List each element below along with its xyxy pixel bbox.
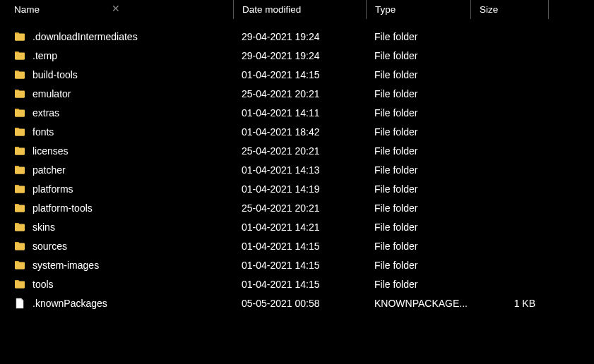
file-type: File folder	[374, 145, 417, 157]
cell-date: 01-04-2021 14:15	[233, 255, 366, 274]
file-list: .downloadIntermediates29-04-2021 19:24Fi…	[0, 20, 594, 313]
cell-name: emulator	[0, 84, 233, 103]
table-row[interactable]: emulator25-04-2021 20:21File folder	[0, 84, 594, 103]
table-row[interactable]: extras01-04-2021 14:11File folder	[0, 103, 594, 122]
column-header-date-label: Date modified	[242, 4, 301, 15]
table-row[interactable]: platform-tools25-04-2021 20:21File folde…	[0, 198, 594, 217]
file-date: 01-04-2021 18:42	[242, 126, 320, 138]
table-row[interactable]: fonts01-04-2021 18:42File folder	[0, 122, 594, 141]
cell-name: platform-tools	[0, 198, 233, 217]
folder-icon	[14, 50, 25, 61]
table-row[interactable]: .downloadIntermediates29-04-2021 19:24Fi…	[0, 27, 594, 46]
table-row[interactable]: sources01-04-2021 14:15File folder	[0, 236, 594, 255]
column-header-row: Name ✕ Date modified Type Size	[0, 0, 594, 20]
file-name: tools	[32, 279, 54, 290]
cell-name: skins	[0, 217, 233, 236]
cell-type: File folder	[366, 27, 470, 46]
cell-size	[470, 103, 548, 122]
cell-date: 01-04-2021 14:13	[233, 160, 366, 179]
folder-icon	[14, 260, 25, 271]
cell-type: KNOWNPACKAGE...	[366, 293, 470, 313]
cell-date: 01-04-2021 14:15	[233, 65, 366, 84]
cell-date: 01-04-2021 14:15	[233, 236, 366, 255]
folder-icon	[14, 222, 25, 233]
cell-name: tools	[0, 274, 233, 293]
table-row[interactable]: tools01-04-2021 14:15File folder	[0, 274, 594, 293]
cell-type: File folder	[366, 179, 470, 198]
file-name: platforms	[32, 183, 73, 195]
cell-name: .knownPackages	[0, 293, 233, 313]
cell-date: 01-04-2021 18:42	[233, 122, 366, 141]
file-type: File folder	[374, 126, 417, 138]
cell-date: 01-04-2021 14:11	[233, 103, 366, 122]
file-icon	[14, 298, 25, 309]
column-header-name[interactable]: Name ✕	[0, 0, 233, 19]
table-row[interactable]: system-images01-04-2021 14:15File folder	[0, 255, 594, 274]
cell-size	[470, 84, 548, 103]
cell-type: File folder	[366, 65, 470, 84]
cell-size	[470, 179, 548, 198]
file-date: 01-04-2021 14:19	[242, 183, 320, 195]
cell-name: .temp	[0, 46, 233, 65]
cell-type: File folder	[366, 236, 470, 255]
cell-name: extras	[0, 103, 233, 122]
file-type: File folder	[374, 183, 417, 195]
file-date: 29-04-2021 19:24	[242, 50, 320, 61]
cell-type: File folder	[366, 46, 470, 65]
cell-date: 29-04-2021 19:24	[233, 46, 366, 65]
cell-size: 1 KB	[470, 293, 548, 313]
folder-icon	[14, 183, 25, 195]
column-header-date[interactable]: Date modified	[233, 0, 366, 19]
cell-size	[470, 160, 548, 179]
file-date: 25-04-2021 20:21	[242, 145, 320, 157]
table-row[interactable]: skins01-04-2021 14:21File folder	[0, 217, 594, 236]
file-name: extras	[32, 107, 59, 119]
column-header-type[interactable]: Type	[366, 0, 470, 19]
table-row[interactable]: licenses25-04-2021 20:21File folder	[0, 141, 594, 160]
table-row[interactable]: .temp29-04-2021 19:24File folder	[0, 46, 594, 65]
cell-type: File folder	[366, 198, 470, 217]
cell-date: 25-04-2021 20:21	[233, 141, 366, 160]
table-row[interactable]: build-tools01-04-2021 14:15File folder	[0, 65, 594, 84]
folder-icon	[14, 145, 25, 157]
file-date: 01-04-2021 14:11	[242, 107, 320, 119]
close-icon[interactable]: ✕	[112, 3, 120, 14]
cell-type: File folder	[366, 122, 470, 141]
column-header-spacer	[548, 0, 594, 19]
file-name: .downloadIntermediates	[32, 31, 138, 42]
file-type: File folder	[374, 88, 417, 99]
cell-name: sources	[0, 236, 233, 255]
folder-icon	[14, 164, 25, 176]
file-type: File folder	[374, 241, 417, 252]
cell-size	[470, 122, 548, 141]
cell-name: platforms	[0, 179, 233, 198]
column-header-size[interactable]: Size	[470, 0, 548, 19]
table-row[interactable]: platforms01-04-2021 14:19File folder	[0, 179, 594, 198]
file-size: 1 KB	[514, 298, 535, 309]
cell-type: File folder	[366, 274, 470, 293]
file-date: 05-05-2021 00:58	[242, 298, 320, 309]
file-type: File folder	[374, 31, 417, 42]
cell-date: 01-04-2021 14:15	[233, 274, 366, 293]
file-name: build-tools	[32, 69, 78, 80]
file-date: 01-04-2021 14:21	[242, 222, 320, 233]
table-row[interactable]: .knownPackages05-05-2021 00:58KNOWNPACKA…	[0, 293, 594, 313]
folder-icon	[14, 69, 25, 80]
file-name: fonts	[32, 126, 54, 138]
column-header-size-label: Size	[480, 4, 498, 15]
file-name: .knownPackages	[32, 298, 107, 309]
file-name: patcher	[32, 164, 66, 176]
cell-name: build-tools	[0, 65, 233, 84]
cell-date: 01-04-2021 14:19	[233, 179, 366, 198]
cell-size	[470, 255, 548, 274]
cell-name: fonts	[0, 122, 233, 141]
cell-size	[470, 217, 548, 236]
file-name: platform-tools	[32, 202, 93, 214]
folder-icon	[14, 107, 25, 119]
cell-name: .downloadIntermediates	[0, 27, 233, 46]
cell-size	[470, 141, 548, 160]
cell-size	[470, 198, 548, 217]
cell-size	[470, 27, 548, 46]
table-row[interactable]: patcher01-04-2021 14:13File folder	[0, 160, 594, 179]
folder-icon	[14, 31, 25, 42]
